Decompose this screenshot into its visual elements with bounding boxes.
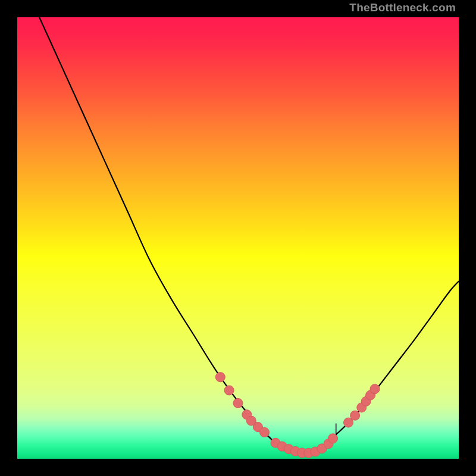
bottleneck-curve-left: [39, 17, 300, 453]
marker-dot: [215, 372, 225, 382]
marker-cluster-right: [344, 384, 380, 427]
chart-svg: [17, 17, 459, 459]
bottleneck-curve-right: [300, 281, 459, 453]
marker-dot: [370, 384, 380, 394]
marker-dot: [328, 434, 338, 443]
marker-dot: [260, 427, 270, 437]
marker-cluster-bottom: [271, 434, 337, 458]
marker-dot: [224, 386, 234, 395]
marker-dot: [233, 399, 243, 408]
chart-stage: TheBottleneck.com: [0, 0, 476, 476]
plot-area: [17, 17, 459, 459]
watermark-text: TheBottleneck.com: [349, 1, 456, 14]
marker-dot: [350, 411, 360, 420]
